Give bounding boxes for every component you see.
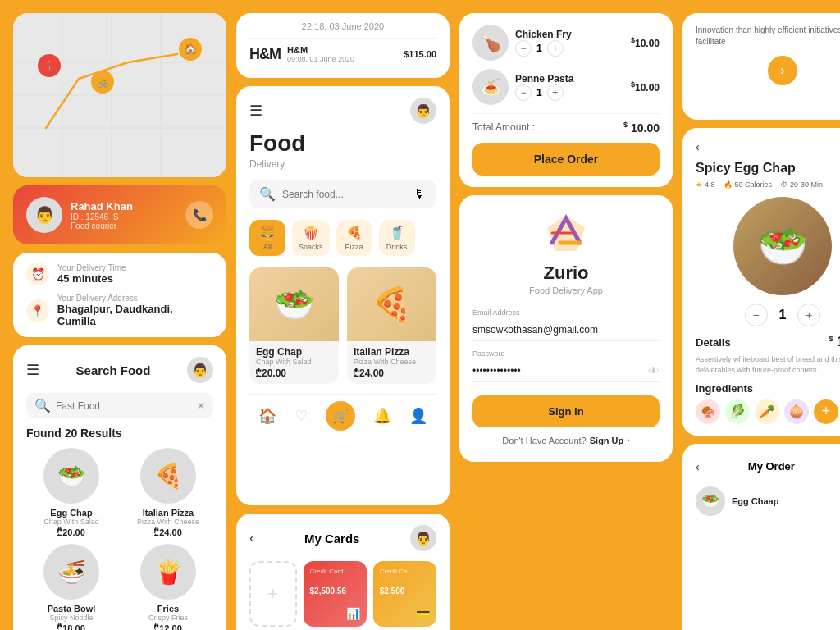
cat-tab-pizza[interactable]: 🍕 Pizza [336,220,372,256]
history-name: H&M [287,45,404,55]
delivery-person-card: 👨 Rahad Khan ID : 12546_S Food courier 📞 [13,185,226,244]
search-food-header: ☰ Search Food 👨 [26,357,213,383]
card-type-label: Credit Card [310,568,360,575]
drink-icon: 🥤 [389,225,405,240]
fire-icon: 🔥 [724,180,733,189]
search-input[interactable] [56,400,192,412]
search-food-card: ☰ Search Food 👨 🔍 ✕ Found 20 Results 🥗 E… [13,345,226,630]
cat-tab-snacks[interactable]: 🍿 Snacks [292,220,330,256]
time-meta: ⏱ 20-30 Min [780,180,823,189]
add-ingredient-button[interactable]: + [814,399,838,424]
signup-link[interactable]: Sign Up [590,436,624,445]
location-icon: 📍 [26,299,49,322]
pizza-icon: 🍕 [346,225,363,240]
signup-row: Don't Have Account? Sign Up › [502,436,629,445]
back-icon[interactable]: ‹ [696,460,700,473]
bell-nav-icon[interactable]: 🔔 [373,407,391,425]
history-price: $115.00 [404,49,436,59]
featured-item-pizza[interactable]: 🍕 Italian Pizza Pizza With Cheese ₾24.00 [347,267,436,384]
home-nav-icon[interactable]: 🏠 [258,407,276,425]
hm-logo: H&M [249,46,281,63]
no-account-label: Don't Have Account? [502,436,586,445]
menu-icon[interactable]: ☰ [249,102,262,120]
history-item-hm[interactable]: H&M H&M 09:08, 01 June 2020 $115.00 [249,45,436,70]
cat-tab-all[interactable]: 🍔 All [249,220,285,256]
map-icon-bike: 🚲 [91,71,114,94]
total-row: Total Amount : $ 10.00 [472,113,660,135]
feat-sub: Pizza With Cheese [354,358,430,366]
place-order-button[interactable]: Place Order [472,143,660,176]
back-icon[interactable]: ‹ [249,531,253,546]
order-card: 🍗 Chicken Fry − 1 + $10.00 🍝 Penne Pasta… [459,13,673,187]
credit-card-red[interactable]: Credit Card $2,500.56 📊 [304,561,367,627]
password-input[interactable] [472,360,648,381]
ingredient-herb: 🥬 [725,399,750,424]
add-card-button[interactable]: + [249,561,297,627]
delivery-address-info: Your Delivery Address Bhagalpur, Daudkan… [57,294,213,327]
food-name: Pasta Bowl [26,604,116,614]
order-item-name: Penne Pasta [515,73,624,84]
featured-item-egg-chap[interactable]: 🥗 Egg Chap Chap With Salad ₾20.00 [249,267,339,384]
qty-decrease-btn[interactable]: − [745,304,768,326]
cart-button[interactable]: 🛒 [326,401,355,431]
heart-nav-icon[interactable]: ♡ [294,407,308,425]
delivery-time-label: Your Delivery Time [57,263,126,272]
feat-price: ₾20.00 [256,368,332,379]
food-image: 🍜 [43,544,99,600]
fd-search-input[interactable] [282,189,407,200]
quantity-control: − 1 + [696,304,840,326]
mic-icon[interactable]: 🎙 [413,187,427,202]
cat-tab-drinks[interactable]: 🥤 Drinks [379,220,415,256]
cards-row: + Credit Card $2,500.56 📊 Credit Ca... $… [249,561,436,627]
food-results-grid: 🥗 Egg Chap Chap With Salad ₾20.00 🍕 Ital… [26,448,213,630]
qty-decrease-btn[interactable]: − [515,84,532,101]
food-name: Italian Pizza [123,508,213,518]
zurio-logo [544,212,588,256]
close-icon[interactable]: ✕ [197,400,205,412]
my-order-item[interactable]: 🥗 Egg Chaap [696,486,840,516]
fd-subtitle: Delivery [249,158,436,170]
calories-value: 50 Calories [735,180,773,189]
map-card: 📍 🚲 🏠 [13,13,226,177]
total-value: $ 10.00 [623,121,660,135]
my-cards-title: My Cards [304,532,360,546]
card-logo: 💳 [380,607,430,620]
signin-button[interactable]: Sign In [472,395,660,427]
delivery-address-label: Your Delivery Address [57,294,213,303]
clock-icon: ⏱ [780,180,788,189]
food-result-item[interactable]: 🍟 Fries Crispy Fries ₾12.00 [123,544,213,630]
qty-increase-btn[interactable]: + [547,84,564,101]
profile-nav-icon[interactable]: 👤 [409,407,427,425]
food-result-item[interactable]: 🍜 Pasta Bowl Spicy Noodle ₾18.00 [26,544,116,630]
time-value: 20-30 Min [790,180,823,189]
rating-value: 4.8 [705,180,715,189]
back-icon[interactable]: ‹ [696,140,700,153]
email-group: Email Address [472,308,660,341]
qty-increase-btn[interactable]: + [547,40,564,57]
bottom-nav: 🏠 ♡ 🛒 🔔 👤 [249,394,436,431]
food-result-item[interactable]: 🥗 Egg Chap Chap With Salad ₾20.00 [26,448,116,537]
fd-search-bar[interactable]: 🔍 🎙 [249,180,436,208]
email-input[interactable] [472,319,660,341]
feat-info-pizza: Italian Pizza Pizza With Cheese ₾24.00 [347,341,436,384]
credit-card-yellow[interactable]: Credit Ca... $2,500 💳 [373,561,436,627]
food-name: Egg Chap [26,508,116,518]
qty-increase-btn[interactable]: + [797,304,820,326]
delivery-info-card: ⏰ Your Delivery Time 45 minutes 📍 Your D… [13,253,226,337]
ingredient-onion: 🧅 [784,399,809,424]
featured-items-grid: 🥗 Egg Chap Chap With Salad ₾20.00 🍕 Ital… [249,267,436,384]
phone-button[interactable]: 📞 [185,201,213,229]
food-delivery-card: ☰ 👨 Food Delivery 🔍 🎙 🍔 All 🍿 Snacks 🍕 P… [236,86,450,505]
search-bar[interactable]: 🔍 ✕ [26,393,213,418]
promo-text: Innovation than highly efficient initiat… [696,25,840,48]
cat-label-pizza: Pizza [345,243,363,251]
food-sub: Spicy Noodle [26,614,116,622]
courier-avatar: 👨 [26,197,62,233]
food-image: 🥗 [43,448,99,504]
eye-icon[interactable]: 👁 [648,364,660,377]
promo-button[interactable]: › [768,56,797,85]
card-amount: $2,500.56 [310,587,360,596]
food-result-item[interactable]: 🍕 Italian Pizza Pizza With Cheese ₾24.00 [123,448,213,537]
hamburger-icon[interactable]: ☰ [26,361,39,379]
qty-decrease-btn[interactable]: − [515,40,532,57]
